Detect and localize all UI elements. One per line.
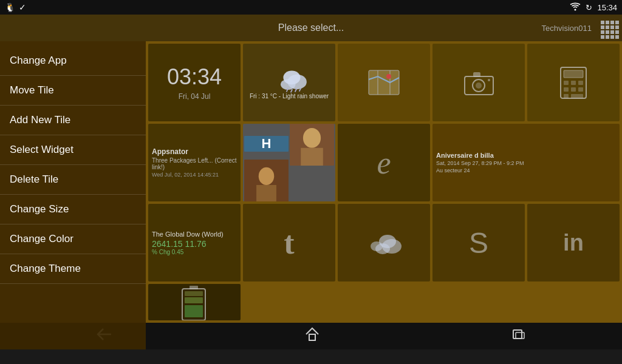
sidebar-menu: Change App Move Tile Add New Tile Select… (0, 41, 146, 349)
status-right-icons: ↻ 15:34 (570, 2, 617, 13)
svg-rect-26 (571, 94, 583, 98)
clock-time: 03:34 (167, 64, 222, 90)
svg-rect-8 (369, 70, 399, 95)
photo-img-1 (290, 124, 334, 166)
home-icon (305, 327, 320, 342)
tiles-grid: 03:34 Fri, 04 Jul Fri : 31 °C - Light ra… (146, 41, 622, 323)
svg-rect-40 (185, 297, 203, 303)
recents-icon (511, 328, 526, 340)
sidebar-item-change-theme[interactable]: Change Theme (0, 254, 146, 284)
tile-internet-explorer[interactable]: e (338, 124, 430, 201)
top-bar: Please select... Techvision011 (0, 15, 622, 41)
map-icon (366, 64, 402, 101)
sidebar-item-move-tile[interactable]: Move Tile (0, 76, 146, 106)
camera-icon (462, 69, 496, 96)
tile-calendar[interactable]: Aniversaire d billa Sat, 2014 Sep 27, 8:… (432, 124, 620, 201)
appsnator-title: Appsnator (152, 147, 188, 156)
svg-point-3 (283, 71, 300, 85)
tile-skype[interactable]: S (432, 204, 525, 281)
svg-rect-23 (571, 87, 576, 92)
svg-rect-44 (513, 330, 522, 339)
svg-rect-21 (578, 81, 583, 85)
svg-point-36 (371, 241, 383, 251)
tumblr-icon: t (284, 225, 294, 261)
svg-rect-43 (309, 334, 315, 340)
sidebar-item-add-new-tile[interactable]: Add New Tile (0, 106, 146, 135)
grid-icon[interactable] (599, 19, 617, 37)
svg-point-0 (575, 8, 576, 10)
svg-rect-32 (256, 185, 276, 201)
home-button[interactable] (293, 322, 332, 350)
tile-camera[interactable] (432, 44, 525, 121)
calculator-icon (558, 66, 589, 99)
calendar-sector: Au secteur 24 (436, 167, 470, 174)
status-left-icons: 🐧 ✓ (5, 2, 26, 12)
svg-line-5 (291, 89, 293, 92)
photo-h: H (244, 136, 289, 152)
svg-rect-19 (564, 81, 569, 85)
sidebar-item-delete-tile[interactable]: Delete Tile (0, 165, 146, 195)
linkedin-icon: in (563, 230, 584, 256)
appsnator-text: Three Packages Left... (Correct link!) (152, 157, 237, 170)
recents-button[interactable] (499, 323, 538, 349)
skype-icon: S (469, 226, 488, 260)
svg-rect-20 (571, 81, 576, 85)
clock-display: 15:34 (597, 3, 617, 12)
status-bar: 🐧 ✓ ↻ 15:34 (0, 0, 622, 15)
notification-icon-2: ✓ (19, 2, 26, 12)
tile-clock[interactable]: 03:34 Fri, 04 Jul (148, 44, 241, 121)
svg-rect-18 (564, 70, 583, 78)
svg-point-31 (259, 167, 275, 185)
svg-rect-24 (578, 87, 583, 92)
svg-rect-45 (516, 332, 524, 339)
svg-rect-22 (564, 87, 569, 92)
stock-name: The Global Dow (World) (152, 231, 224, 238)
weather-cloud-icon (268, 66, 310, 93)
user-label: Techvision011 (542, 24, 592, 33)
stock-change: % Chg 0.45 (152, 249, 183, 255)
tile-weather[interactable]: Fri : 31 °C - Light rain shower (243, 44, 335, 121)
svg-point-16 (488, 79, 490, 81)
tile-photos[interactable]: H (243, 124, 335, 201)
calendar-text: Sat, 2014 Sep 27, 8:29 PM - 9:2 PM (436, 160, 524, 166)
sidebar-item-change-color[interactable]: Change Color (0, 224, 146, 254)
weather-label: Fri : 31 °C - Light rain shower (247, 93, 331, 99)
svg-point-11 (386, 74, 391, 79)
tile-calculator[interactable] (527, 44, 620, 121)
tile-appsnator[interactable]: Appsnator Three Packages Left... (Correc… (148, 124, 241, 201)
tile-cloud-storage[interactable] (338, 204, 430, 281)
svg-point-28 (303, 128, 321, 148)
calendar-title: Aniversaire d billa (436, 152, 494, 159)
photo-img-2 (244, 160, 289, 201)
tile-tumblr[interactable]: t (243, 204, 335, 281)
dialog-title: Please select... (278, 22, 344, 33)
stock-value: 2641.15 11.76 (152, 239, 207, 249)
sidebar-item-select-widget[interactable]: Select Widget (0, 135, 146, 165)
sync-icon: ↻ (586, 3, 592, 12)
clock-date: Fri, 04 Jul (179, 92, 211, 101)
sidebar-item-change-size[interactable]: Change Size (0, 195, 146, 224)
svg-point-14 (476, 83, 482, 89)
svg-rect-41 (185, 291, 203, 296)
svg-rect-25 (564, 94, 569, 98)
tile-battery[interactable] (148, 284, 241, 320)
tile-map[interactable] (338, 44, 430, 121)
cloud-icon (364, 229, 404, 257)
sidebar-item-change-app[interactable]: Change App (0, 46, 146, 76)
tile-stock[interactable]: The Global Dow (World) 2641.15 11.76 % C… (148, 204, 241, 281)
tile-linkedin[interactable]: in (527, 204, 620, 281)
ie-icon: e (377, 145, 391, 181)
svg-rect-39 (185, 305, 203, 317)
svg-rect-29 (301, 148, 323, 166)
wifi-icon (570, 2, 581, 13)
svg-rect-38 (190, 286, 198, 289)
main-area: Please select... Techvision011 Change Ap… (0, 15, 622, 349)
svg-line-6 (295, 89, 297, 92)
appsnator-date: Wed Jul, 02, 2014 14:45:21 (152, 172, 219, 178)
svg-rect-15 (473, 72, 480, 77)
notification-icon-1: 🐧 (5, 2, 15, 12)
battery-icon (179, 284, 210, 320)
